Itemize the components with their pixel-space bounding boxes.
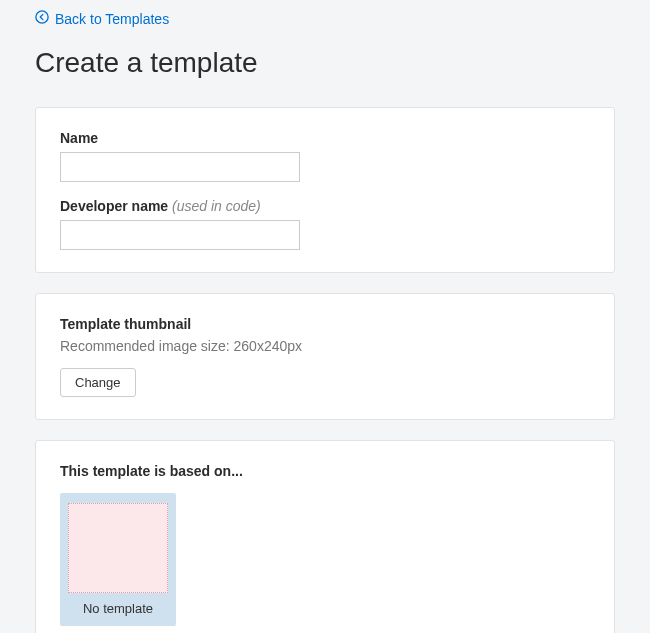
back-link-label: Back to Templates [55, 11, 169, 27]
developer-name-label-text: Developer name [60, 198, 168, 214]
thumbnail-card: Template thumbnail Recommended image siz… [35, 293, 615, 420]
developer-name-label: Developer name (used in code) [60, 198, 590, 214]
base-template-title: This template is based on... [60, 463, 590, 479]
developer-name-input[interactable] [60, 220, 300, 250]
thumbnail-recommended: Recommended image size: 260x240px [60, 338, 590, 354]
page-title: Create a template [35, 47, 615, 79]
developer-name-hint: (used in code) [172, 198, 261, 214]
change-thumbnail-button[interactable]: Change [60, 368, 136, 397]
back-to-templates-link[interactable]: Back to Templates [35, 10, 169, 27]
template-tile[interactable]: No template [60, 493, 176, 626]
svg-point-0 [36, 11, 48, 23]
name-input[interactable] [60, 152, 300, 182]
thumbnail-title: Template thumbnail [60, 316, 590, 332]
name-label: Name [60, 130, 590, 146]
name-card: Name Developer name (used in code) [35, 107, 615, 273]
template-thumbnail-placeholder [68, 503, 168, 593]
back-arrow-icon [35, 10, 49, 27]
template-tile-label: No template [68, 601, 168, 620]
base-template-card: This template is based on... No template… [35, 440, 615, 633]
